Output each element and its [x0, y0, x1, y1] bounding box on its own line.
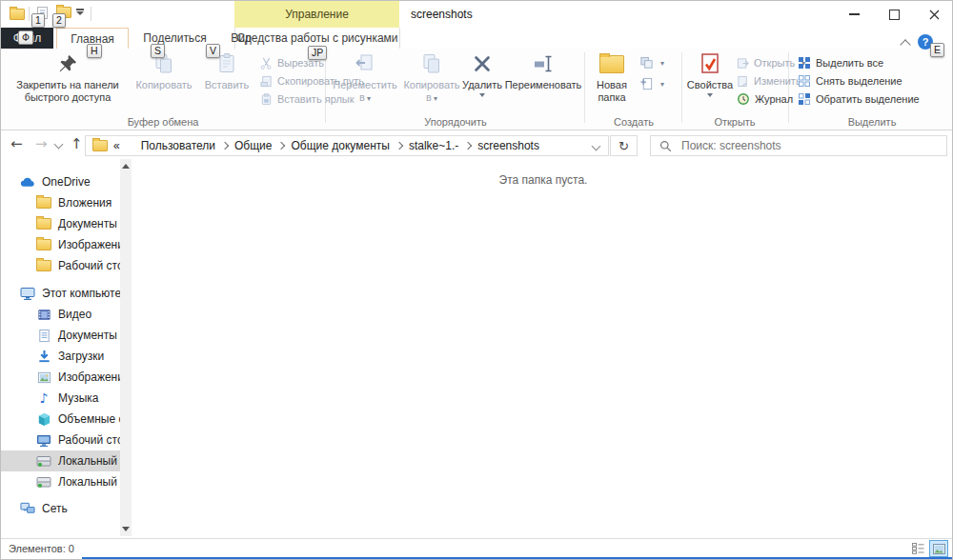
move-to-icon: [354, 51, 376, 76]
address-breadcrumb-bar[interactable]: « Пользователи Общие Общие документы sta…: [85, 135, 609, 156]
new-item-button[interactable]: ▾: [639, 75, 664, 92]
maximize-button[interactable]: [880, 1, 908, 28]
back-icon: ←: [10, 135, 23, 152]
up-button[interactable]: ↑: [71, 133, 83, 154]
select-group-label: Выделить: [790, 116, 953, 128]
dropdown-caret-icon: [479, 93, 485, 97]
sidebar-item-attachments[interactable]: Вложения: [1, 192, 120, 213]
paste-shortcut-icon: [260, 93, 273, 106]
sidebar-item-desktop[interactable]: Рабочий стол: [1, 430, 120, 450]
sidebar-item-documents[interactable]: Документы: [1, 325, 120, 346]
keytip-view: V: [206, 44, 220, 58]
sidebar-item-local-disk-d[interactable]: Локальный дис: [1, 471, 120, 492]
invert-selection-icon: [798, 92, 811, 106]
breadcrumb-segment[interactable]: stalke~1.-: [409, 139, 458, 152]
sidebar-scrollbar[interactable]: [120, 159, 132, 536]
organize-group-label: Упорядочить: [329, 116, 582, 128]
delete-button[interactable]: Удалить: [460, 51, 504, 97]
up-icon: ↑: [71, 135, 83, 152]
collapse-ribbon-button[interactable]: [900, 39, 911, 49]
properties-button[interactable]: Свойства: [685, 51, 735, 97]
pin-to-quick-access-button[interactable]: Закрепить на панели быстрого доступа: [5, 51, 131, 104]
scroll-down-button[interactable]: [120, 527, 132, 531]
location-folder-icon: [92, 140, 108, 151]
search-input[interactable]: [679, 138, 922, 153]
keytip-home: H: [87, 44, 102, 58]
close-button[interactable]: [920, 1, 948, 28]
back-button[interactable]: ←: [10, 133, 23, 154]
qat-dropdown-bar-icon: [76, 9, 84, 10]
select-all-button[interactable]: Выделить все: [798, 54, 883, 71]
file-list-area[interactable]: Эта папка пуста.: [132, 159, 953, 538]
breadcrumb-segment[interactable]: screenshots: [477, 139, 539, 152]
search-box[interactable]: [650, 135, 947, 156]
copy-label: Копировать: [135, 79, 192, 91]
sidebar-item-onedrive-desktop[interactable]: Рабочий стол: [1, 255, 120, 276]
sidebar-item-3d-objects[interactable]: Объемные объе: [1, 409, 120, 430]
onedrive-cloud-icon: [20, 174, 35, 190]
scroll-down-icon: [122, 527, 130, 531]
ribbon: Закрепить на панели быстрого доступа Коп…: [1, 49, 953, 130]
new-folder-label2: папка: [598, 91, 625, 104]
sidebar-item-music[interactable]: ♪ Музыка: [1, 388, 120, 409]
3d-objects-cube-icon: [36, 411, 51, 427]
recent-locations-dropdown[interactable]: [55, 141, 62, 148]
details-view-icon: [912, 543, 924, 554]
ribbon-group-clipboard: Закрепить на панели быстрого доступа Коп…: [1, 49, 325, 130]
titlebar-divider: [91, 7, 91, 21]
breadcrumb-segment[interactable]: Общие: [234, 139, 272, 152]
folder-icon: [36, 195, 51, 210]
breadcrumb-overflow[interactable]: «: [113, 139, 120, 152]
refresh-button[interactable]: ↻: [610, 135, 638, 156]
scissors-icon: [260, 57, 273, 70]
sidebar-item-local-disk-c[interactable]: Локальный дис: [1, 450, 120, 471]
dropdown-caret-icon: [707, 93, 713, 97]
dropdown-caret-icon: ▾: [434, 94, 437, 103]
dropdown-caret-icon: ▾: [367, 94, 371, 103]
sidebar-item-downloads[interactable]: Загрузки: [1, 346, 120, 367]
breadcrumb-segment[interactable]: Пользователи: [141, 139, 215, 152]
move-to-button[interactable]: Переместить в▾: [331, 51, 399, 105]
select-none-button[interactable]: Снять выделение: [798, 72, 902, 90]
minimize-button[interactable]: [840, 1, 868, 28]
invert-selection-button[interactable]: Обратить выделение: [798, 90, 920, 108]
group-separator: [681, 52, 682, 123]
rename-button[interactable]: Переименовать: [506, 51, 580, 91]
sidebar-item-videos[interactable]: Видео: [1, 304, 120, 325]
address-dropdown[interactable]: [593, 143, 599, 150]
easy-access-button[interactable]: ▾: [639, 54, 664, 71]
delete-icon: [472, 51, 493, 76]
chevron-down-icon: [76, 11, 84, 15]
new-folder-label1: Новая: [597, 79, 627, 91]
sidebar-item-this-pc[interactable]: Этот компьютер: [1, 283, 120, 304]
local-disk-icon: [36, 453, 51, 469]
history-button[interactable]: Журнал: [737, 90, 793, 108]
breadcrumb-segment[interactable]: Общие документы: [291, 139, 389, 152]
details-view-button[interactable]: [909, 541, 927, 556]
empty-folder-message: Эта папка пуста.: [132, 173, 953, 187]
sidebar-item-label: Объемные объе: [58, 412, 120, 426]
keytip-picture-tools: JP: [308, 46, 327, 60]
new-folder-button[interactable]: Новая папка: [590, 51, 634, 104]
scroll-up-icon[interactable]: [122, 164, 130, 169]
invert-selection-label: Обратить выделение: [816, 93, 920, 105]
properties-icon: [700, 51, 720, 76]
copy-to-icon: [420, 51, 443, 76]
copy-to-button[interactable]: Копировать в▾: [401, 51, 462, 105]
sidebar-item-network[interactable]: Сеть: [1, 498, 120, 519]
tab-share[interactable]: Поделиться: [134, 28, 215, 49]
create-group-label: Создать: [586, 116, 681, 128]
thumbnails-view-button[interactable]: [929, 540, 948, 557]
breadcrumb-separator-icon: [464, 142, 472, 150]
new-item-icon: [639, 77, 654, 91]
documents-icon: [36, 328, 51, 343]
edit-icon: [737, 75, 749, 88]
keytip-help: E: [930, 43, 944, 57]
qat-customize-dropdown[interactable]: [74, 9, 86, 15]
sidebar-item-onedrive-pictures[interactable]: Изображения: [1, 234, 120, 255]
sidebar-item-onedrive-documents[interactable]: Документы: [1, 213, 120, 234]
select-all-label: Выделить все: [816, 57, 883, 69]
sidebar-item-onedrive[interactable]: OneDrive: [1, 171, 120, 192]
sidebar-item-pictures[interactable]: Изображения: [1, 367, 120, 388]
forward-button[interactable]: →: [35, 133, 48, 154]
